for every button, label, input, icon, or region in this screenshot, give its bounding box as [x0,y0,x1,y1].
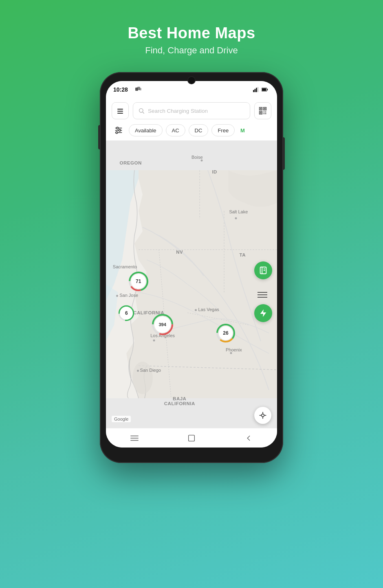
search-placeholder: Search Charging Station [148,108,208,114]
filter-free[interactable]: Free [211,124,235,136]
svg-rect-22 [265,112,266,113]
status-bar: 10:28 [106,81,277,98]
svg-rect-66 [189,435,195,441]
nav-back-icon [244,434,253,443]
app-subtitle: Find, Charge and Drive [128,45,255,56]
svg-point-29 [119,129,121,132]
map-book-button[interactable] [254,261,272,279]
status-ms-icon [135,87,143,92]
map-area[interactable]: OREGON Boise ID NV Salt Lake Sacramento … [106,140,277,428]
svg-marker-57 [260,309,266,317]
filter-bar: Available AC DC Free M [106,123,277,140]
filter-free-label: Free [218,127,229,134]
svg-rect-9 [262,88,266,91]
lightning-icon [259,309,268,318]
book-map-icon [259,266,268,275]
svg-rect-16 [260,108,261,109]
list-view-button[interactable] [255,289,270,301]
nav-square-icon [187,434,196,443]
city-dot-phoenix [230,352,232,354]
svg-rect-24 [265,113,266,114]
signal-icon [253,86,260,93]
app-title: Best Home Maps [128,24,255,42]
svg-point-58 [262,414,264,417]
qr-icon [259,107,267,115]
google-watermark: Google [112,416,131,422]
search-icon [138,108,145,114]
menu-button[interactable] [112,102,129,119]
cluster-394[interactable]: 394 [152,314,173,335]
cluster-26-value: 26 [223,330,228,336]
page-header: Best Home Maps Find, Charge and Drive [128,0,255,68]
search-input[interactable]: Search Charging Station [133,102,250,119]
svg-rect-5 [256,88,257,92]
google-label: Google [114,417,128,421]
location-icon [259,411,267,419]
filter-dc-label: DC [195,127,203,134]
svg-rect-6 [258,87,259,92]
svg-rect-8 [267,89,268,90]
svg-rect-50 [260,267,266,274]
cluster-6[interactable]: 6 [118,305,135,322]
phone-screen: 10:28 [106,81,277,448]
svg-point-28 [117,127,119,129]
camera [188,77,195,83]
cluster-71[interactable]: 71 [129,272,148,291]
status-right-icons [253,86,268,93]
svg-rect-18 [264,108,265,109]
cluster-26[interactable]: 26 [216,324,235,342]
svg-rect-2 [139,88,141,90]
svg-rect-23 [264,113,265,114]
battery-icon [262,86,268,93]
svg-point-30 [116,132,118,134]
filter-ac-label: AC [172,127,179,134]
filter-ac[interactable]: AC [166,124,185,136]
list-icon [258,291,267,298]
svg-point-38 [132,362,153,394]
phone-shell: 10:28 [100,72,283,463]
svg-rect-4 [255,89,256,92]
filter-icon[interactable] [112,124,125,136]
cluster-394-value: 394 [158,322,166,327]
filter-available[interactable]: Available [129,124,163,136]
city-dot-saltlake [235,217,237,219]
nav-home-button[interactable] [179,431,204,445]
location-button[interactable] [254,407,271,424]
nav-hamburger-icon [130,434,139,443]
svg-point-13 [139,109,143,112]
app-header: Search Charging Station [106,98,277,123]
filter-available-label: Available [135,127,156,134]
sliders-icon [114,126,123,135]
city-dot-la [153,339,155,341]
qr-button[interactable] [254,102,271,119]
svg-rect-21 [264,112,265,113]
cluster-71-value: 71 [136,279,141,284]
svg-rect-20 [260,112,261,113]
filter-more[interactable]: M [238,124,247,136]
svg-rect-3 [253,90,254,92]
hamburger-icon [116,107,124,115]
filter-more-label: M [240,127,245,134]
status-time: 10:28 [113,86,128,93]
svg-line-14 [143,112,144,114]
nav-menu-button[interactable] [122,431,147,445]
cluster-6-value: 6 [125,310,128,316]
nav-bar [106,428,277,448]
city-dot-boise [201,160,203,162]
filter-dc[interactable]: DC [189,124,209,136]
nav-back-button[interactable] [236,431,261,445]
